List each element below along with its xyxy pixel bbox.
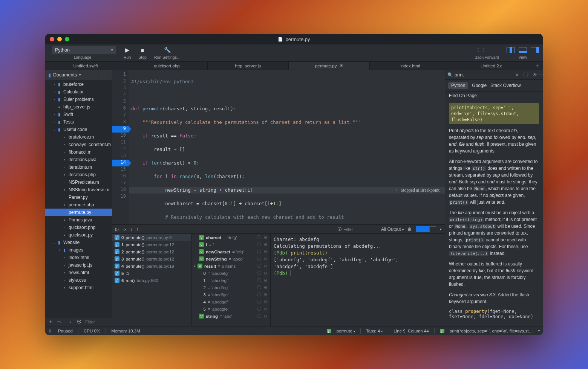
tree-folder[interactable]: ›▮Tests [45,118,112,126]
variable-row[interactable]: 4 = 'abcdgef'ⓘ ⊖ [191,298,270,305]
call-stack[interactable]: ƒ0 permute() permute.py:9ƒ1 permute() pe… [112,234,191,326]
tree-file[interactable]: ▫iterations.php [45,171,112,178]
step-over-button[interactable]: ⤼ [122,227,126,232]
toggle-bottom-panel-button[interactable] [519,47,527,53]
clear-search-button[interactable]: ✕ [515,72,519,78]
source-google[interactable]: Google [472,82,487,89]
tree-file[interactable]: ▫permute.php [45,201,112,209]
stack-frame[interactable]: ƒ5 :1 [112,270,191,277]
variable-row[interactable]: 1 = 'abcdegf'ⓘ ⊖ [191,277,270,284]
toggle-left-panel-button[interactable] [507,47,515,53]
source-python[interactable]: Python [448,82,468,89]
stack-frame[interactable]: ƒ6 run() bdb.py:580 [112,277,191,284]
variables[interactable]: Vcharset = 'defg'ⓘ ⊖Vi = 1ⓘ ⊖VnewCharset… [191,234,271,326]
tree-file[interactable]: ▫iterations.m [45,163,112,171]
run-settings-button[interactable]: 🔧 [164,47,171,53]
variable-row[interactable]: 2 = 'abcdfeg'ⓘ ⊖ [191,284,270,291]
tab[interactable]: index.html [370,62,451,70]
variable-row[interactable]: ▾Vresult = 6 itemsⓘ ⊖ [191,262,270,270]
search-prev-button[interactable]: 〈 [521,72,525,78]
tree-file[interactable]: ▫permute.py [45,209,112,216]
tree-file[interactable]: ▫iterations.java [45,156,112,163]
tree-file[interactable]: ▫index.html [45,254,112,261]
source-stackoverflow[interactable]: Stack Overflow [490,82,521,89]
tab[interactable]: http_server.js [208,62,289,70]
status-tabs[interactable]: Tabs: 4 ▾ [366,329,383,333]
more-button[interactable]: ⋯ [539,72,543,78]
tree-folder[interactable]: ›▮images [45,246,112,254]
toggle-right-panel-button[interactable] [531,47,539,53]
chevron-down-icon[interactable]: ▾ [440,227,442,231]
stack-frame[interactable]: ƒ3 permute() permute.py:12 [112,255,191,262]
tree-file[interactable]: ▫Primes.java [45,216,112,224]
tree-file[interactable]: ▫support.html [45,284,112,291]
variable-row[interactable]: 3 = 'abcdfge'ⓘ ⊖ [191,291,270,298]
sidebar-footer: ＋ ▭ ⟶ ⦿ [45,317,112,326]
status-symbol[interactable]: permute ▾ [337,329,355,333]
stack-frame[interactable]: ƒ0 permute() permute.py:9 [112,234,191,241]
eye-icon[interactable]: 👁 [533,72,537,78]
debug-console[interactable]: Charset: abcdefgCalculating permutations… [271,234,445,326]
tree-file[interactable]: ▫fibonacci.m [45,148,112,156]
stop-button[interactable]: ■ [141,47,144,53]
code-area[interactable]: #!/usr/bin/env python3 def permute(chars… [129,70,445,224]
find-on-page[interactable]: Find On Page [445,91,543,100]
nav-forward-button[interactable]: 〉 [482,47,487,53]
pause-icon[interactable]: ⏸ [48,329,53,333]
variable-row[interactable]: Vcharset = 'defg'ⓘ ⊖ [191,234,270,241]
variable-row[interactable]: Vi = 1ⓘ ⊖ [191,241,270,248]
new-file-button[interactable]: ＋ [48,319,53,325]
tree-file[interactable]: ▫conways_constant.m [45,141,112,148]
variable-row[interactable]: 0 = 'abcdefg'ⓘ ⊖ [191,270,270,277]
tab-active[interactable]: permute.py✳︎ [289,62,370,70]
tree-folder[interactable]: ⌄▮Website [45,239,112,246]
panel-layout-segmented[interactable] [416,226,436,232]
step-into-button[interactable]: ↓ [130,227,132,232]
tree-file[interactable]: ▫javascript.js [45,261,112,269]
tree-file[interactable]: ▫style.css [45,276,112,284]
variable-row[interactable]: VnewString = 'abcd'ⓘ ⊖ [191,255,270,262]
stack-frame[interactable]: ƒ1 permute() permute.py:12 [112,241,191,248]
continue-button[interactable]: ▷ [115,227,119,232]
stack-frame[interactable]: ƒ2 permute() permute.py:12 [112,248,191,255]
new-folder-button[interactable]: ▭ [57,319,61,325]
tree-file[interactable]: ▫NSString traverse.m [45,186,112,194]
code-editor[interactable]: 123 456 78 9 101112 13 14 151617 1819 #!… [112,70,445,224]
tree-file[interactable]: ▫http_server.js [45,103,112,111]
debug-filter-input[interactable] [343,227,377,232]
tree-file[interactable]: ▫quicksort.php [45,224,112,231]
sidebar-back-button[interactable]: 〈 [98,72,103,78]
tree-file[interactable]: ▫Parser.py [45,194,112,201]
variable-row[interactable]: Vstring = 'abc'ⓘ ⊖ [191,313,270,320]
tab[interactable]: Untitled 2.c [451,62,532,70]
tree-folder[interactable]: ⌄▮Useful code [45,126,112,133]
tree-file[interactable]: ▫quicksort.py [45,231,112,239]
tree-file[interactable]: ▫NSPredicate.m [45,178,112,186]
status-memory: Memory 10.3M [111,329,140,333]
output-selector[interactable]: All Output ▾ [381,227,404,232]
search-next-button[interactable]: 〉 [527,72,531,78]
tab[interactable]: quicksort.php [126,62,207,70]
language-dropdown[interactable]: Python▾ [52,46,116,54]
tree-file[interactable]: ▫bruteforce.m [45,133,112,141]
tab[interactable]: Untitled.swift [45,62,126,70]
docs-search-input[interactable] [455,72,514,78]
run-button[interactable]: ▶ [125,47,130,53]
variable-row[interactable]: VnewCharset = 'efg'ⓘ ⊖ [191,248,270,255]
tree-folder[interactable]: ›▮bruteforce [45,81,112,88]
action-button[interactable]: ⟶ [64,319,71,325]
tree-folder[interactable]: ›▮Swift [45,111,112,118]
sidebar-forward-button[interactable]: 〉 [104,72,109,78]
new-tab-button[interactable]: ＋ [532,62,543,70]
tree-file[interactable]: ▫news.html [45,269,112,276]
variable-row[interactable]: 5 = 'abcdgfe'ⓘ ⊖ [191,305,270,313]
sidebar-header[interactable]: ▮ Documents ▾ 〈 〉 [45,70,112,80]
step-out-button[interactable]: ↑ [136,227,138,232]
stack-frame[interactable]: ƒ4 permute() permute.py:19 [112,262,191,270]
tree-folder[interactable]: ›▮Euler problems [45,96,112,103]
tree-folder[interactable]: ›▮Calculator [45,88,112,96]
status-signature[interactable]: print(*objects, sep=' ', end='\n', file=… [450,329,533,333]
nav-back-button[interactable]: 〈 [475,47,479,53]
editor-gutter[interactable]: 123 456 78 9 101112 13 14 151617 1819 [112,70,129,224]
clear-button[interactable]: 🗑 [407,227,412,232]
